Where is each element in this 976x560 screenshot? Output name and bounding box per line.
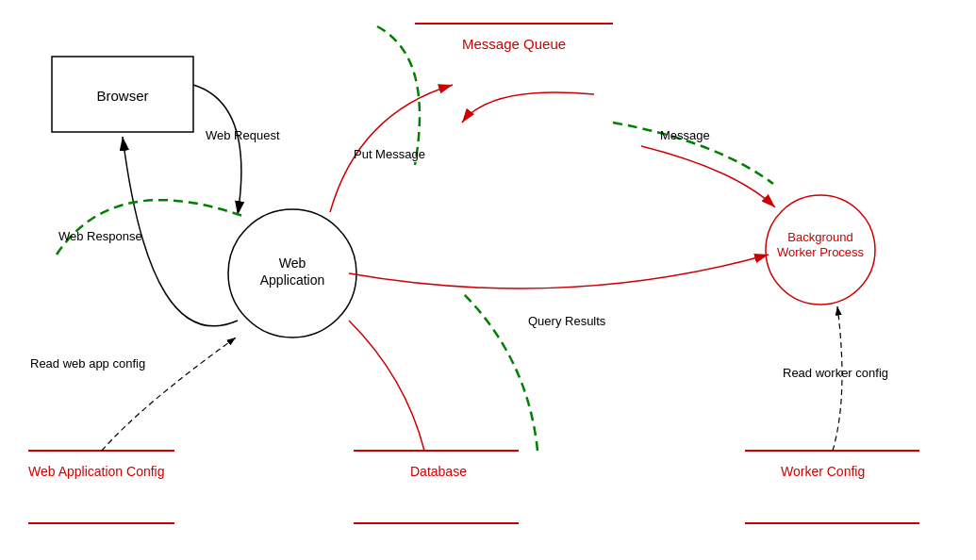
browser-label: Browser [96,88,148,104]
green-dashed-arc1 [57,200,245,255]
query-results-label: Query Results [528,314,606,328]
query-results-green-dashed [462,292,538,451]
green-dashed-arc-top [377,26,420,165]
message-label: Message [660,128,710,142]
bg-worker-label2: Worker Process [777,245,865,259]
worker-config-label: Worker Config [781,464,865,479]
web-application-label2: Application [260,272,325,288]
web-app-config-label: Web Application Config [28,464,165,479]
read-web-app-config-arrow [102,338,236,451]
read-worker-config-label: Read worker config [783,366,888,380]
read-web-app-config-label: Read web app config [30,356,145,371]
message-queue-label: Message Queue [462,36,566,52]
web-request-arrow [193,85,241,215]
bg-worker-label1: Background [787,230,852,244]
message-queue-to-webapp-arrow [462,92,594,123]
webapp-to-worker-arrow [349,255,769,288]
query-results-red-arrow [349,321,424,451]
database-label: Database [410,464,467,479]
web-request-label: Web Request [206,128,280,142]
put-message-label: Put Message [354,147,425,161]
web-application-label: Web [279,255,306,271]
message-arrow [641,146,775,207]
web-response-label: Web Response [58,229,142,243]
